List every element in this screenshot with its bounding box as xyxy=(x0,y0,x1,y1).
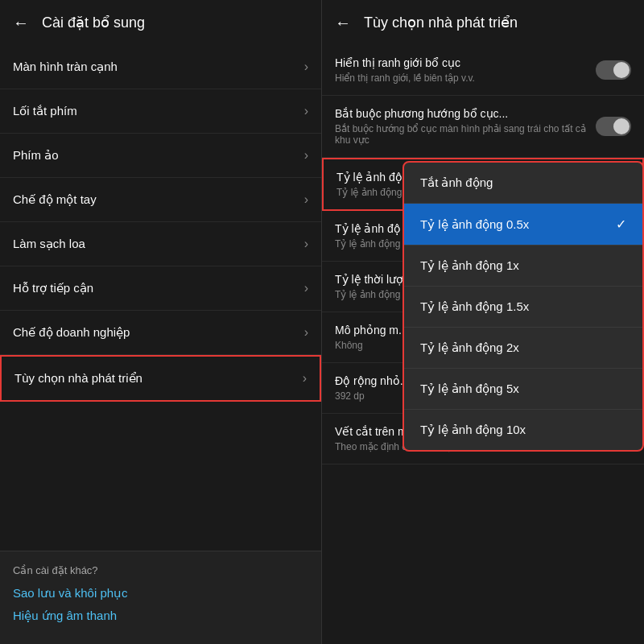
dropdown-item-label-0.5x: Tỷ lệ ảnh động 0.5x xyxy=(420,217,529,232)
menu-item-arrow-tuy-chon-nha-phat-trien: › xyxy=(303,371,307,386)
menu-item-arrow-che-do-doanh-nghiep: › xyxy=(304,325,308,340)
right-panel-header: ← Tùy chọn nhà phát triển xyxy=(322,0,644,45)
sao-luu-link[interactable]: Sao lưu và khôi phục xyxy=(13,586,308,601)
menu-item-ho-tro-tiep-can[interactable]: Hỗ trợ tiếp cận› xyxy=(0,266,321,311)
menu-item-arrow-man-hinh: › xyxy=(304,60,308,74)
menu-item-man-hinh[interactable]: Màn hình tràn cạnh› xyxy=(0,45,321,89)
menu-item-label-loi-tat-phim: Lối tắt phím xyxy=(13,104,77,118)
left-panel-header: ← Cài đặt bổ sung xyxy=(0,0,321,45)
right-panel: ← Tùy chọn nhà phát triển Hiển thị ranh … xyxy=(322,0,644,644)
menu-item-arrow-che-do-mot-tay: › xyxy=(304,192,308,207)
dev-item-subtitle-bat-buoc-phuong-huong: Bắt buộc hướng bổ cục màn hình phải sang… xyxy=(335,123,596,146)
toggle-knob-bat-buoc-phuong-huong xyxy=(613,118,630,134)
dropdown-item-label-5x: Tỷ lệ ảnh động 5x xyxy=(420,382,519,396)
dropdown-item-1.5x[interactable]: Tỷ lệ ảnh động 1.5x xyxy=(404,287,642,328)
bottom-title: Cần cài đặt khác? xyxy=(13,564,308,576)
dropdown-item-5x[interactable]: Tỷ lệ ảnh động 5x xyxy=(404,369,642,410)
menu-item-phim-ao[interactable]: Phím ảo› xyxy=(0,134,321,178)
hieu-ung-link[interactable]: Hiệu ứng âm thanh xyxy=(13,609,308,623)
menu-item-tuy-chon-nha-phat-trien[interactable]: Tùy chọn nhà phát triển› xyxy=(0,355,321,402)
menu-item-arrow-loi-tat-phim: › xyxy=(304,104,308,118)
menu-item-arrow-lam-sach-loa: › xyxy=(304,237,308,251)
dropdown-item-1x[interactable]: Tỷ lệ ảnh động 1x xyxy=(404,246,642,287)
left-back-button[interactable]: ← xyxy=(13,14,29,32)
dev-item-title-bat-buoc-phuong-huong: Bắt buộc phương hướng bổ cục... xyxy=(335,107,596,120)
dropdown-check-0.5x: ✓ xyxy=(616,217,626,232)
dropdown-item-10x[interactable]: Tỷ lệ ảnh động 10x xyxy=(404,410,642,450)
menu-item-che-do-mot-tay[interactable]: Chế độ một tay› xyxy=(0,178,321,222)
right-panel-title: Tùy chọn nhà phát triển xyxy=(364,14,518,31)
dropdown-item-label-tat-anh-dong: Tắt ảnh động xyxy=(420,175,493,190)
dropdown-item-label-1x: Tỷ lệ ảnh động 1x xyxy=(420,258,519,273)
dropdown-item-label-2x: Tỷ lệ ảnh động 2x xyxy=(420,341,519,355)
dev-item-title-hien-thi-ranh-gioi: Hiển thị ranh giới bổ cục xyxy=(335,56,596,69)
toggle-knob-hien-thi-ranh-gioi xyxy=(613,62,630,78)
bottom-section: Cần cài đặt khác? Sao lưu và khôi phục H… xyxy=(0,551,321,644)
menu-item-loi-tat-phim[interactable]: Lối tắt phím› xyxy=(0,89,321,134)
dropdown-item-tat-anh-dong[interactable]: Tắt ảnh động xyxy=(404,163,642,204)
right-back-button[interactable]: ← xyxy=(335,14,351,32)
left-panel-title: Cài đặt bổ sung xyxy=(42,14,145,31)
dev-item-hien-thi-ranh-gioi[interactable]: Hiển thị ranh giới bổ cụcHiển thị ranh g… xyxy=(322,45,644,96)
left-menu-list: Màn hình tràn cạnh›Lối tắt phím›Phím ảo›… xyxy=(0,45,321,551)
dropdown-item-0.5x[interactable]: Tỷ lệ ảnh động 0.5x✓ xyxy=(404,204,642,246)
dev-item-bat-buoc-phuong-huong[interactable]: Bắt buộc phương hướng bổ cục...Bắt buộc … xyxy=(322,96,644,158)
dropdown-item-label-1.5x: Tỷ lệ ảnh động 1.5x xyxy=(420,299,529,314)
menu-item-lam-sach-loa[interactable]: Làm sạch loa› xyxy=(0,222,321,266)
left-panel: ← Cài đặt bổ sung Màn hình tràn cạnh›Lối… xyxy=(0,0,322,644)
menu-item-label-man-hinh: Màn hình tràn cạnh xyxy=(13,60,118,74)
toggle-bat-buoc-phuong-huong[interactable] xyxy=(596,117,631,136)
menu-item-arrow-ho-tro-tiep-can: › xyxy=(304,281,308,295)
dev-item-subtitle-hien-thi-ranh-gioi: Hiển thị ranh giới, lề biên tập v.v. xyxy=(335,72,596,84)
menu-item-arrow-phim-ao: › xyxy=(304,148,308,163)
dropdown-item-label-10x: Tỷ lệ ảnh động 10x xyxy=(420,423,526,437)
dropdown-item-2x[interactable]: Tỷ lệ ảnh động 2x xyxy=(404,328,642,369)
toggle-hien-thi-ranh-gioi[interactable] xyxy=(596,60,631,80)
menu-item-label-che-do-mot-tay: Chế độ một tay xyxy=(13,192,97,207)
menu-item-che-do-doanh-nghiep[interactable]: Chế độ doanh nghiệp› xyxy=(0,311,321,355)
menu-item-label-ho-tro-tiep-can: Hỗ trợ tiếp cận xyxy=(13,281,93,295)
menu-item-label-che-do-doanh-nghiep: Chế độ doanh nghiệp xyxy=(13,325,130,340)
menu-item-label-tuy-chon-nha-phat-trien: Tùy chọn nhà phát triển xyxy=(14,371,142,386)
menu-item-label-phim-ao: Phím ảo xyxy=(13,148,59,163)
menu-item-label-lam-sach-loa: Làm sạch loa xyxy=(13,237,85,251)
animation-dropdown: Tắt ảnh độngTỷ lệ ảnh động 0.5x✓Tỷ lệ ản… xyxy=(402,161,644,452)
